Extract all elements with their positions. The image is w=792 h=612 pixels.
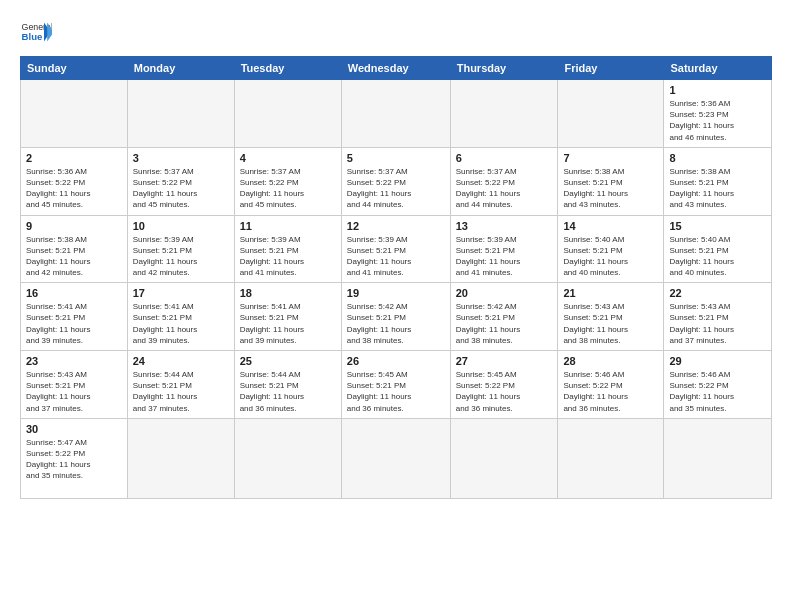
- day-number: 13: [456, 220, 553, 232]
- day-number: 25: [240, 355, 336, 367]
- calendar-week-row: 16Sunrise: 5:41 AM Sunset: 5:21 PM Dayli…: [21, 283, 772, 351]
- day-number: 10: [133, 220, 229, 232]
- day-info: Sunrise: 5:43 AM Sunset: 5:21 PM Dayligh…: [26, 369, 122, 414]
- calendar-cell: 6Sunrise: 5:37 AM Sunset: 5:22 PM Daylig…: [450, 147, 558, 215]
- calendar-cell: 17Sunrise: 5:41 AM Sunset: 5:21 PM Dayli…: [127, 283, 234, 351]
- day-number: 7: [563, 152, 658, 164]
- day-number: 27: [456, 355, 553, 367]
- day-number: 5: [347, 152, 445, 164]
- header: General Blue: [20, 16, 772, 48]
- day-number: 26: [347, 355, 445, 367]
- day-info: Sunrise: 5:46 AM Sunset: 5:22 PM Dayligh…: [563, 369, 658, 414]
- calendar-cell: [21, 80, 128, 148]
- calendar-cell: 18Sunrise: 5:41 AM Sunset: 5:21 PM Dayli…: [234, 283, 341, 351]
- calendar-cell: 16Sunrise: 5:41 AM Sunset: 5:21 PM Dayli…: [21, 283, 128, 351]
- calendar-cell: 19Sunrise: 5:42 AM Sunset: 5:21 PM Dayli…: [341, 283, 450, 351]
- calendar-cell: 9Sunrise: 5:38 AM Sunset: 5:21 PM Daylig…: [21, 215, 128, 283]
- weekday-header-thursday: Thursday: [450, 57, 558, 80]
- calendar-week-row: 23Sunrise: 5:43 AM Sunset: 5:21 PM Dayli…: [21, 351, 772, 419]
- calendar-week-row: 1Sunrise: 5:36 AM Sunset: 5:23 PM Daylig…: [21, 80, 772, 148]
- day-number: 29: [669, 355, 766, 367]
- weekday-header-row: SundayMondayTuesdayWednesdayThursdayFrid…: [21, 57, 772, 80]
- day-number: 8: [669, 152, 766, 164]
- day-number: 30: [26, 423, 122, 435]
- calendar-cell: 25Sunrise: 5:44 AM Sunset: 5:21 PM Dayli…: [234, 351, 341, 419]
- day-info: Sunrise: 5:45 AM Sunset: 5:21 PM Dayligh…: [347, 369, 445, 414]
- generalblue-logo-icon: General Blue: [20, 16, 52, 48]
- day-info: Sunrise: 5:39 AM Sunset: 5:21 PM Dayligh…: [347, 234, 445, 279]
- day-number: 14: [563, 220, 658, 232]
- calendar-week-row: 2Sunrise: 5:36 AM Sunset: 5:22 PM Daylig…: [21, 147, 772, 215]
- calendar-cell: 30Sunrise: 5:47 AM Sunset: 5:22 PM Dayli…: [21, 418, 128, 498]
- calendar-cell: [234, 418, 341, 498]
- calendar-cell: 2Sunrise: 5:36 AM Sunset: 5:22 PM Daylig…: [21, 147, 128, 215]
- day-info: Sunrise: 5:46 AM Sunset: 5:22 PM Dayligh…: [669, 369, 766, 414]
- day-info: Sunrise: 5:39 AM Sunset: 5:21 PM Dayligh…: [240, 234, 336, 279]
- day-number: 11: [240, 220, 336, 232]
- day-info: Sunrise: 5:39 AM Sunset: 5:21 PM Dayligh…: [456, 234, 553, 279]
- calendar-cell: 24Sunrise: 5:44 AM Sunset: 5:21 PM Dayli…: [127, 351, 234, 419]
- day-info: Sunrise: 5:43 AM Sunset: 5:21 PM Dayligh…: [669, 301, 766, 346]
- calendar-week-row: 30Sunrise: 5:47 AM Sunset: 5:22 PM Dayli…: [21, 418, 772, 498]
- day-number: 15: [669, 220, 766, 232]
- calendar-cell: 3Sunrise: 5:37 AM Sunset: 5:22 PM Daylig…: [127, 147, 234, 215]
- calendar-cell: 7Sunrise: 5:38 AM Sunset: 5:21 PM Daylig…: [558, 147, 664, 215]
- weekday-header-sunday: Sunday: [21, 57, 128, 80]
- day-number: 19: [347, 287, 445, 299]
- calendar-cell: 23Sunrise: 5:43 AM Sunset: 5:21 PM Dayli…: [21, 351, 128, 419]
- day-info: Sunrise: 5:37 AM Sunset: 5:22 PM Dayligh…: [456, 166, 553, 211]
- calendar-cell: [558, 418, 664, 498]
- day-info: Sunrise: 5:44 AM Sunset: 5:21 PM Dayligh…: [133, 369, 229, 414]
- day-number: 18: [240, 287, 336, 299]
- day-info: Sunrise: 5:39 AM Sunset: 5:21 PM Dayligh…: [133, 234, 229, 279]
- day-info: Sunrise: 5:38 AM Sunset: 5:21 PM Dayligh…: [563, 166, 658, 211]
- day-info: Sunrise: 5:42 AM Sunset: 5:21 PM Dayligh…: [456, 301, 553, 346]
- day-number: 6: [456, 152, 553, 164]
- day-info: Sunrise: 5:36 AM Sunset: 5:22 PM Dayligh…: [26, 166, 122, 211]
- day-number: 2: [26, 152, 122, 164]
- day-info: Sunrise: 5:37 AM Sunset: 5:22 PM Dayligh…: [347, 166, 445, 211]
- calendar-cell: 12Sunrise: 5:39 AM Sunset: 5:21 PM Dayli…: [341, 215, 450, 283]
- calendar-cell: 28Sunrise: 5:46 AM Sunset: 5:22 PM Dayli…: [558, 351, 664, 419]
- day-number: 24: [133, 355, 229, 367]
- calendar-cell: 11Sunrise: 5:39 AM Sunset: 5:21 PM Dayli…: [234, 215, 341, 283]
- day-number: 23: [26, 355, 122, 367]
- weekday-header-friday: Friday: [558, 57, 664, 80]
- calendar-cell: 21Sunrise: 5:43 AM Sunset: 5:21 PM Dayli…: [558, 283, 664, 351]
- calendar-cell: [341, 418, 450, 498]
- day-info: Sunrise: 5:45 AM Sunset: 5:22 PM Dayligh…: [456, 369, 553, 414]
- day-info: Sunrise: 5:44 AM Sunset: 5:21 PM Dayligh…: [240, 369, 336, 414]
- calendar-cell: 5Sunrise: 5:37 AM Sunset: 5:22 PM Daylig…: [341, 147, 450, 215]
- calendar-cell: 4Sunrise: 5:37 AM Sunset: 5:22 PM Daylig…: [234, 147, 341, 215]
- calendar-cell: [664, 418, 772, 498]
- day-info: Sunrise: 5:37 AM Sunset: 5:22 PM Dayligh…: [133, 166, 229, 211]
- day-info: Sunrise: 5:36 AM Sunset: 5:23 PM Dayligh…: [669, 98, 766, 143]
- calendar-cell: 27Sunrise: 5:45 AM Sunset: 5:22 PM Dayli…: [450, 351, 558, 419]
- calendar-cell: 1Sunrise: 5:36 AM Sunset: 5:23 PM Daylig…: [664, 80, 772, 148]
- day-number: 16: [26, 287, 122, 299]
- day-info: Sunrise: 5:41 AM Sunset: 5:21 PM Dayligh…: [26, 301, 122, 346]
- calendar-cell: 29Sunrise: 5:46 AM Sunset: 5:22 PM Dayli…: [664, 351, 772, 419]
- day-number: 1: [669, 84, 766, 96]
- calendar-cell: 20Sunrise: 5:42 AM Sunset: 5:21 PM Dayli…: [450, 283, 558, 351]
- page: General Blue SundayMondayTuesdayWednesda…: [0, 0, 792, 612]
- day-number: 17: [133, 287, 229, 299]
- svg-text:Blue: Blue: [22, 31, 43, 42]
- calendar-cell: [450, 418, 558, 498]
- day-info: Sunrise: 5:37 AM Sunset: 5:22 PM Dayligh…: [240, 166, 336, 211]
- calendar-cell: [341, 80, 450, 148]
- day-number: 9: [26, 220, 122, 232]
- calendar-cell: 8Sunrise: 5:38 AM Sunset: 5:21 PM Daylig…: [664, 147, 772, 215]
- day-info: Sunrise: 5:41 AM Sunset: 5:21 PM Dayligh…: [240, 301, 336, 346]
- calendar-cell: 13Sunrise: 5:39 AM Sunset: 5:21 PM Dayli…: [450, 215, 558, 283]
- day-number: 28: [563, 355, 658, 367]
- weekday-header-wednesday: Wednesday: [341, 57, 450, 80]
- day-info: Sunrise: 5:41 AM Sunset: 5:21 PM Dayligh…: [133, 301, 229, 346]
- weekday-header-monday: Monday: [127, 57, 234, 80]
- day-info: Sunrise: 5:40 AM Sunset: 5:21 PM Dayligh…: [563, 234, 658, 279]
- calendar-cell: [234, 80, 341, 148]
- calendar-cell: [558, 80, 664, 148]
- calendar-cell: 14Sunrise: 5:40 AM Sunset: 5:21 PM Dayli…: [558, 215, 664, 283]
- weekday-header-saturday: Saturday: [664, 57, 772, 80]
- calendar-table: SundayMondayTuesdayWednesdayThursdayFrid…: [20, 56, 772, 499]
